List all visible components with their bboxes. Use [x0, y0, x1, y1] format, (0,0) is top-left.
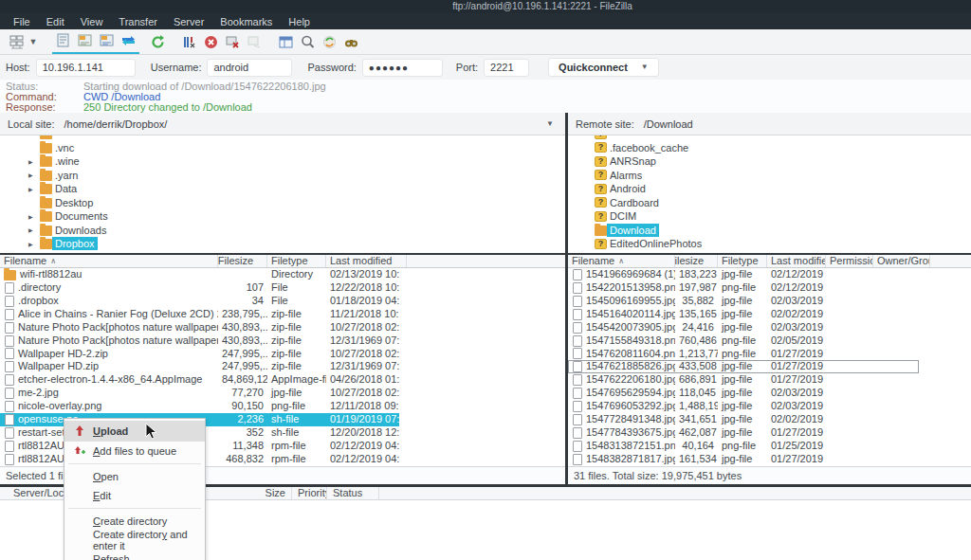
directory-comparison-icon[interactable] — [297, 31, 318, 52]
disconnect-icon[interactable] — [222, 31, 243, 52]
file-row[interactable]: .dropbox 34 File 01/18/2019 04:... — [0, 295, 399, 308]
column-header[interactable]: Last modified∧ — [767, 255, 826, 267]
menu-item[interactable]: Bookmarks — [220, 16, 272, 27]
context-menu-item[interactable]: Refresh — [64, 550, 205, 560]
column-header[interactable]: Owner/Grou∧ — [873, 255, 930, 267]
context-menu-item[interactable] — [64, 505, 205, 512]
host-input[interactable]: 10.196.1.141 — [36, 59, 136, 77]
menu-item[interactable]: Help — [288, 16, 310, 27]
file-row[interactable]: 1547695629594.jpg 118,045 jpg-file 02/03… — [568, 387, 919, 400]
file-row[interactable]: nicole-overlay.png 90,150 png-file 12/11… — [0, 400, 399, 413]
file-row[interactable]: Nature Photo Pack[photos nature wallpape… — [0, 321, 399, 334]
file-row[interactable]: 1547784393675.jpg 462,087 jpg-file 01/27… — [568, 426, 919, 440]
file-row[interactable]: 1548382871817.jpg 161,534 jpg-file 01/27… — [568, 453, 919, 466]
local-tree-item[interactable]: ▶ Desktop — [0, 196, 565, 210]
expand-arrow-icon[interactable]: ▶ — [28, 213, 40, 220]
remote-tree-item[interactable]: Cardboard — [568, 196, 971, 210]
expand-arrow-icon[interactable]: ▶ — [28, 226, 40, 233]
context-menu-item[interactable] — [64, 461, 205, 467]
site-manager-dropdown-icon[interactable]: ▼ — [27, 37, 39, 46]
synchronized-browsing-icon[interactable] — [319, 31, 339, 52]
local-tree-item[interactable]: ▶ .vnc — [0, 141, 565, 155]
password-input[interactable]: ●●●●●● — [362, 59, 443, 77]
context-menu-item[interactable]: Create directory and enter it — [64, 531, 205, 550]
context-menu-item[interactable]: Upload — [64, 421, 205, 442]
file-row[interactable]: Nature Photo Pack[photos nature wallpape… — [0, 334, 399, 348]
quickconnect-button[interactable]: Quickconnect ▼ — [548, 58, 659, 77]
file-row[interactable]: 1545096169955.jpg 35,882 jpg-file 02/03/… — [568, 295, 919, 308]
directory-listing-filters-icon[interactable] — [275, 31, 296, 52]
reconnect-icon[interactable] — [244, 31, 265, 52]
remote-tree-item[interactable]: ANRSnap — [568, 154, 971, 169]
queue-column-header[interactable]: Size — [228, 487, 292, 499]
local-tree-item[interactable]: ▶ Data — [0, 182, 565, 196]
file-row[interactable]: 1547620811604.png 1,213,770 png-file 01/… — [568, 348, 919, 361]
remote-tree-item[interactable]: Download — [568, 224, 971, 238]
file-row[interactable]: 1548313872151.png 40,164 png-file 01/25/… — [568, 440, 919, 453]
local-tree-item[interactable]: ▶ .wine — [0, 154, 565, 169]
expand-arrow-icon[interactable]: ▶ — [28, 172, 40, 178]
menu-item[interactable]: Transfer — [119, 16, 157, 27]
find-files-icon[interactable] — [340, 31, 361, 52]
context-menu-item[interactable]: Open — [64, 467, 205, 486]
refresh-icon[interactable] — [147, 31, 168, 52]
file-row[interactable]: 1541966969684 (1).jpg 183,223 jpg-file 0… — [568, 268, 919, 281]
menu-item[interactable]: Edit — [46, 16, 64, 27]
local-tree-item[interactable]: ▶ .yarn — [0, 169, 565, 183]
local-tree-item[interactable]: ▶ Documents — [0, 209, 565, 224]
local-tree-item[interactable]: ▶ Downloads — [0, 224, 565, 238]
menu-item[interactable]: View — [81, 16, 103, 27]
file-row[interactable]: 1542201513958.png 197,987 png-file 02/12… — [568, 281, 919, 295]
remote-tree-toggle-icon[interactable] — [96, 30, 117, 51]
context-menu-item[interactable]: Edit — [64, 486, 205, 505]
file-row[interactable]: .directory 107 File 12/22/2018 10:... — [0, 281, 399, 295]
queue-column-header[interactable]: Priority — [292, 487, 327, 499]
menu-item[interactable]: File — [13, 16, 30, 27]
file-row[interactable]: me-2.jpg 77,270 jpg-file 10/27/2018 02:.… — [0, 387, 399, 400]
message-log-toggle-icon[interactable] — [52, 30, 73, 51]
cancel-icon[interactable] — [200, 31, 221, 52]
local-site-dropdown-icon[interactable]: ▼ — [546, 119, 558, 128]
file-row[interactable]: 1545164020114.jpg 135,165 jpg-file 02/02… — [568, 308, 919, 321]
file-row[interactable]: Wallpaper HD.zip 247,995,... zip-file 12… — [0, 360, 399, 373]
remote-tree-item[interactable]: Alarms — [568, 169, 971, 183]
column-header[interactable]: Filetype∧ — [267, 255, 326, 267]
remote-site-path[interactable]: /Download — [644, 118, 693, 130]
context-menu-item[interactable]: Create directory — [64, 512, 205, 531]
remote-tree-item[interactable]: Android — [568, 182, 971, 196]
column-header[interactable]: Filesize∧ — [218, 255, 267, 267]
file-row[interactable]: 1547621885826.jpg 433,508 jpg-file 01/27… — [568, 360, 919, 373]
expand-arrow-icon[interactable]: ▶ — [28, 158, 40, 165]
column-header[interactable]: Filetype∧ — [718, 255, 767, 267]
queue-column-header[interactable]: Status — [327, 487, 379, 499]
file-row[interactable]: 1547728491348.jpg 341,651 jpg-file 02/02… — [568, 413, 919, 426]
site-manager-icon[interactable] — [6, 31, 27, 52]
file-row[interactable]: 1545420073905.jpg 24,416 jpg-file 02/03/… — [568, 321, 919, 334]
file-row[interactable]: 1547155849318.png 760,486 png-file 02/05… — [568, 334, 919, 348]
column-header[interactable]: Filename∧ — [568, 255, 675, 267]
username-input[interactable]: android — [207, 59, 292, 77]
column-header[interactable]: Last modified∧ — [326, 255, 407, 267]
file-row[interactable]: Wallpaper HD-2.zip 247,995,... zip-file … — [0, 348, 399, 361]
expand-arrow-icon[interactable]: ▶ — [28, 241, 40, 247]
column-header[interactable]: Filename∧ — [0, 255, 218, 267]
column-header[interactable]: Filesize∧ — [675, 255, 718, 267]
expand-arrow-icon[interactable]: ▶ — [28, 186, 40, 192]
context-menu-item[interactable]: Add files to queue — [64, 442, 205, 461]
file-row[interactable]: wifi-rtl8812au Directory 02/13/2019 10:.… — [0, 268, 399, 281]
remote-tree-item[interactable]: .facebook_cache — [568, 141, 971, 155]
local-tree-toggle-icon[interactable] — [74, 30, 95, 51]
menu-item[interactable]: Server — [174, 16, 204, 27]
quickconnect-dropdown-icon[interactable]: ▼ — [641, 59, 649, 76]
remote-tree-item[interactable]: EditedOnlinePhotos — [568, 237, 971, 251]
file-row[interactable]: etcher-electron-1.4.4-x86_64.AppImage 84… — [0, 373, 399, 387]
file-row[interactable]: 1547622206180.jpg 686,891 jpg-file 01/27… — [568, 373, 919, 387]
transfer-queue-toggle-icon[interactable] — [118, 30, 138, 51]
file-row[interactable]: Alice in Chains - Ranier Fog (Deluxe 2CD… — [0, 308, 399, 321]
local-tree-item[interactable]: ▶ Dropbox — [0, 237, 565, 251]
column-header[interactable]: Permission:∧ — [826, 255, 873, 267]
file-row[interactable]: 1547696053292.jpg 1,488,196 jpg-file 02/… — [568, 400, 919, 413]
remote-tree-item[interactable]: DCIM — [568, 209, 971, 224]
port-input[interactable]: 2221 — [484, 59, 529, 77]
process-queue-icon[interactable] — [178, 31, 199, 52]
